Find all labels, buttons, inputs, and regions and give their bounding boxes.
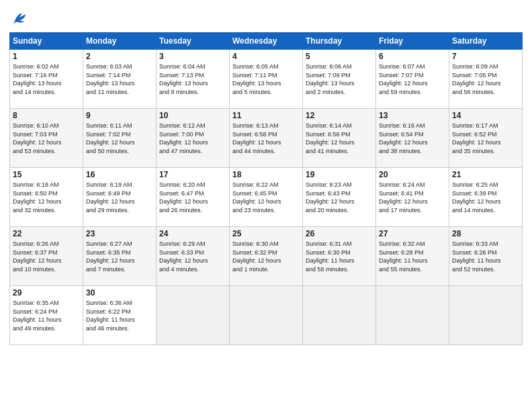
- day-info: Sunrise: 6:10 AM Sunset: 7:03 PM Dayligh…: [13, 122, 80, 155]
- calendar-week-row: 1Sunrise: 6:02 AM Sunset: 7:16 PM Daylig…: [10, 50, 523, 109]
- calendar-cell: 30Sunrise: 6:36 AM Sunset: 6:22 PM Dayli…: [83, 286, 157, 345]
- day-number: 23: [86, 229, 153, 238]
- day-info: Sunrise: 6:02 AM Sunset: 7:16 PM Dayligh…: [13, 62, 80, 96]
- calendar-cell: 19Sunrise: 6:23 AM Sunset: 6:43 PM Dayli…: [303, 168, 376, 227]
- day-number: 13: [379, 111, 446, 120]
- day-info: Sunrise: 6:09 AM Sunset: 7:05 PM Dayligh…: [452, 62, 519, 96]
- day-number: 5: [306, 52, 373, 61]
- day-info: Sunrise: 6:17 AM Sunset: 6:52 PM Dayligh…: [452, 122, 519, 155]
- calendar-cell: 23Sunrise: 6:27 AM Sunset: 6:35 PM Dayli…: [83, 227, 157, 286]
- day-number: 15: [13, 170, 80, 179]
- calendar-cell: 9Sunrise: 6:11 AM Sunset: 7:02 PM Daylig…: [83, 109, 157, 168]
- day-info: Sunrise: 6:25 AM Sunset: 6:39 PM Dayligh…: [452, 181, 519, 214]
- day-info: Sunrise: 6:31 AM Sunset: 6:30 PM Dayligh…: [306, 240, 373, 273]
- day-info: Sunrise: 6:24 AM Sunset: 6:41 PM Dayligh…: [379, 181, 446, 214]
- day-number: 8: [13, 111, 80, 120]
- day-info: Sunrise: 6:30 AM Sunset: 6:32 PM Dayligh…: [232, 240, 300, 273]
- calendar-cell: 18Sunrise: 6:22 AM Sunset: 6:45 PM Dayli…: [230, 168, 303, 227]
- day-info: Sunrise: 6:23 AM Sunset: 6:43 PM Dayligh…: [306, 181, 373, 214]
- weekday-header-monday: Monday: [83, 33, 157, 50]
- day-number: 6: [379, 52, 446, 61]
- day-number: 2: [86, 52, 153, 61]
- day-info: Sunrise: 6:20 AM Sunset: 6:47 PM Dayligh…: [159, 181, 226, 214]
- day-number: 21: [452, 170, 519, 179]
- calendar-cell: 20Sunrise: 6:24 AM Sunset: 6:41 PM Dayli…: [376, 168, 449, 227]
- calendar-cell: 8Sunrise: 6:10 AM Sunset: 7:03 PM Daylig…: [10, 109, 83, 168]
- day-info: Sunrise: 6:12 AM Sunset: 7:00 PM Dayligh…: [159, 122, 226, 155]
- calendar-cell: 27Sunrise: 6:32 AM Sunset: 6:28 PM Dayli…: [376, 227, 449, 286]
- day-number: 28: [452, 229, 519, 238]
- calendar-week-row: 22Sunrise: 6:26 AM Sunset: 6:37 PM Dayli…: [10, 227, 523, 286]
- day-number: 9: [86, 111, 153, 120]
- day-number: 7: [452, 52, 519, 61]
- day-number: 30: [86, 288, 153, 298]
- calendar-cell: 6Sunrise: 6:07 AM Sunset: 7:07 PM Daylig…: [376, 50, 449, 109]
- calendar-cell: 25Sunrise: 6:30 AM Sunset: 6:32 PM Dayli…: [230, 227, 303, 286]
- day-number: 17: [159, 170, 226, 179]
- calendar-cell: [157, 286, 230, 345]
- calendar-cell: [303, 286, 376, 345]
- day-info: Sunrise: 6:22 AM Sunset: 6:45 PM Dayligh…: [232, 181, 300, 214]
- calendar-cell: 13Sunrise: 6:16 AM Sunset: 6:54 PM Dayli…: [376, 109, 449, 168]
- calendar-cell: 5Sunrise: 6:06 AM Sunset: 7:09 PM Daylig…: [303, 50, 376, 109]
- calendar-week-row: 15Sunrise: 6:18 AM Sunset: 6:50 PM Dayli…: [10, 168, 523, 227]
- calendar-cell: 24Sunrise: 6:29 AM Sunset: 6:33 PM Dayli…: [157, 227, 230, 286]
- day-number: 10: [159, 111, 226, 120]
- day-number: 26: [306, 229, 373, 238]
- calendar-cell: [376, 286, 449, 345]
- day-number: 24: [159, 229, 226, 238]
- day-info: Sunrise: 6:32 AM Sunset: 6:28 PM Dayligh…: [379, 240, 446, 273]
- day-number: 12: [306, 111, 373, 120]
- day-info: Sunrise: 6:14 AM Sunset: 6:56 PM Dayligh…: [306, 122, 373, 155]
- day-info: Sunrise: 6:33 AM Sunset: 6:26 PM Dayligh…: [452, 240, 519, 273]
- day-info: Sunrise: 6:05 AM Sunset: 7:11 PM Dayligh…: [232, 62, 300, 96]
- calendar-cell: 26Sunrise: 6:31 AM Sunset: 6:30 PM Dayli…: [303, 227, 376, 286]
- header: [9, 8, 523, 27]
- calendar-cell: 29Sunrise: 6:35 AM Sunset: 6:24 PM Dayli…: [10, 286, 83, 345]
- weekday-header-thursday: Thursday: [303, 33, 376, 50]
- calendar-cell: [449, 286, 523, 345]
- calendar-week-row: 29Sunrise: 6:35 AM Sunset: 6:24 PM Dayli…: [10, 286, 523, 345]
- calendar-cell: 17Sunrise: 6:20 AM Sunset: 6:47 PM Dayli…: [157, 168, 230, 227]
- calendar-table: SundayMondayTuesdayWednesdayThursdayFrid…: [9, 32, 523, 345]
- day-info: Sunrise: 6:11 AM Sunset: 7:02 PM Dayligh…: [86, 122, 153, 155]
- weekday-header-tuesday: Tuesday: [157, 33, 230, 50]
- weekday-header-sunday: Sunday: [10, 33, 83, 50]
- day-info: Sunrise: 6:19 AM Sunset: 6:49 PM Dayligh…: [86, 181, 153, 214]
- day-number: 27: [379, 229, 446, 238]
- day-number: 11: [232, 111, 300, 120]
- day-info: Sunrise: 6:36 AM Sunset: 6:22 PM Dayligh…: [86, 299, 153, 332]
- calendar-cell: 16Sunrise: 6:19 AM Sunset: 6:49 PM Dayli…: [83, 168, 157, 227]
- day-number: 18: [232, 170, 300, 179]
- day-number: 22: [13, 229, 80, 238]
- calendar-cell: 12Sunrise: 6:14 AM Sunset: 6:56 PM Dayli…: [303, 109, 376, 168]
- day-info: Sunrise: 6:27 AM Sunset: 6:35 PM Dayligh…: [86, 240, 153, 273]
- day-number: 1: [13, 52, 80, 61]
- weekday-header-wednesday: Wednesday: [230, 33, 303, 50]
- day-info: Sunrise: 6:06 AM Sunset: 7:09 PM Dayligh…: [306, 62, 373, 96]
- calendar-cell: 4Sunrise: 6:05 AM Sunset: 7:11 PM Daylig…: [230, 50, 303, 109]
- day-number: 16: [86, 170, 153, 179]
- day-number: 19: [306, 170, 373, 179]
- day-number: 4: [232, 52, 300, 61]
- day-info: Sunrise: 6:18 AM Sunset: 6:50 PM Dayligh…: [13, 181, 80, 214]
- day-info: Sunrise: 6:16 AM Sunset: 6:54 PM Dayligh…: [379, 122, 446, 155]
- day-info: Sunrise: 6:07 AM Sunset: 7:07 PM Dayligh…: [379, 62, 446, 96]
- day-number: 20: [379, 170, 446, 179]
- day-info: Sunrise: 6:29 AM Sunset: 6:33 PM Dayligh…: [159, 240, 226, 273]
- day-number: 29: [13, 288, 80, 298]
- calendar-cell: 7Sunrise: 6:09 AM Sunset: 7:05 PM Daylig…: [449, 50, 523, 109]
- day-number: 3: [159, 52, 226, 61]
- weekday-header-row: SundayMondayTuesdayWednesdayThursdayFrid…: [10, 33, 523, 50]
- calendar-cell: 21Sunrise: 6:25 AM Sunset: 6:39 PM Dayli…: [449, 168, 523, 227]
- calendar-week-row: 8Sunrise: 6:10 AM Sunset: 7:03 PM Daylig…: [10, 109, 523, 168]
- logo: [9, 8, 31, 27]
- weekday-header-saturday: Saturday: [449, 33, 523, 50]
- logo-icon: [9, 8, 28, 27]
- calendar-cell: [230, 286, 303, 345]
- page: SundayMondayTuesdayWednesdayThursdayFrid…: [0, 0, 532, 411]
- calendar-cell: 22Sunrise: 6:26 AM Sunset: 6:37 PM Dayli…: [10, 227, 83, 286]
- calendar-cell: 2Sunrise: 6:03 AM Sunset: 7:14 PM Daylig…: [83, 50, 157, 109]
- day-info: Sunrise: 6:35 AM Sunset: 6:24 PM Dayligh…: [13, 299, 80, 332]
- day-info: Sunrise: 6:03 AM Sunset: 7:14 PM Dayligh…: [86, 62, 153, 96]
